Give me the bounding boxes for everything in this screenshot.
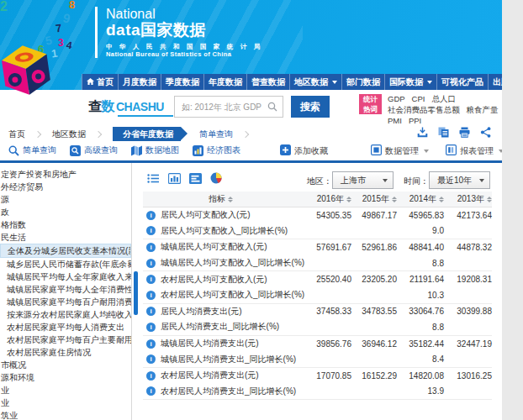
share-icon[interactable] — [480, 127, 491, 138]
year-header-label: 2015年 — [362, 193, 389, 205]
search-button[interactable]: 搜索 — [291, 96, 330, 118]
sidebar-item[interactable]: 城镇居民平均每人全年家庭收入来源 — [0, 270, 131, 283]
sidebar-item[interactable]: 农村居民家庭住房情况 — [0, 346, 131, 359]
nav-item[interactable]: 普查数据 — [246, 74, 289, 90]
hot-term-link[interactable]: GDP — [388, 93, 405, 104]
data-map-button[interactable]: 数据地图 — [131, 144, 179, 156]
bar-chart-view-icon[interactable] — [168, 173, 181, 184]
info-icon[interactable]: i — [146, 386, 156, 396]
indicator-tree-sidebar: 定资产投资和房地产 外经济贸易 源 政 格指数 民生活 全体及分城乡居民收支基本… — [0, 163, 132, 420]
info-icon[interactable]: i — [146, 339, 156, 349]
hot-terms-list: GDPCPI总人口社会消费品零售总额粮食产量PMIPPI — [388, 93, 500, 126]
query-toolbar: 简单查询 高级查询 数据地图 经济图表 — [8, 144, 240, 156]
sidebar-item[interactable]: 政 — [0, 206, 131, 218]
add-favorite-button[interactable]: 添加收藏 — [280, 144, 328, 157]
nav-item[interactable]: 季度数据 — [161, 74, 203, 90]
breadcrumb-item[interactable]: 简单查询 — [199, 129, 260, 140]
hot-term-link[interactable]: PPI — [409, 115, 421, 126]
sidebar-item[interactable]: 源和环境 — [0, 371, 131, 384]
value-2016: 17070.85 — [298, 371, 351, 381]
indicator-label: 农村居民人均可支配收入_同比增长(%) — [161, 289, 304, 301]
column-header-year[interactable]: 2013年 — [444, 193, 492, 205]
nav-item[interactable]: 可视化产品 — [436, 74, 488, 90]
list-view-icon[interactable] — [147, 173, 160, 184]
info-icon[interactable]: i — [146, 323, 156, 332]
info-icon[interactable]: i — [146, 211, 156, 220]
sidebar-item[interactable]: 源 — [0, 193, 131, 206]
sidebar-item[interactable]: 业 — [0, 396, 131, 409]
year-header-label: 2013年 — [457, 193, 484, 205]
indicator-cell: i 居民人均可支配收入_同比增长(%) — [143, 225, 298, 237]
hot-term-link[interactable]: 粮食产量 — [467, 104, 499, 115]
nav-item[interactable]: 部门数据 — [341, 74, 384, 90]
value-2013: 30399.88 — [444, 307, 492, 316]
pie-chart-view-icon[interactable] — [210, 172, 222, 184]
sidebar-item[interactable]: 业 — [0, 384, 131, 396]
plus-icon — [280, 144, 291, 157]
sidebar-item[interactable]: 市概况 — [0, 359, 131, 371]
download-icon[interactable] — [417, 127, 428, 138]
value-2015: 36946.12 — [351, 339, 397, 349]
time-select[interactable]: 最近10年 — [429, 171, 490, 189]
info-icon[interactable]: i — [146, 259, 156, 268]
hot-term-link[interactable]: PMI — [388, 115, 402, 126]
copy-icon[interactable] — [438, 127, 449, 138]
site-subtitle-cn: 中 华 人 民 共 和 国 国 家 统 计 局 — [106, 43, 263, 50]
econ-chart-label: 经济图表 — [207, 144, 240, 156]
nav-item[interactable]: 出版物 — [488, 74, 502, 90]
hbar-view-icon[interactable] — [189, 173, 202, 184]
nav-item-label: 地区数据 — [294, 76, 328, 88]
hot-term-link[interactable]: 总人口 — [431, 93, 456, 104]
sidebar-item[interactable]: 农村居民家庭平均每百户主要耐用消费品拥有量 — [0, 333, 131, 346]
data-manage-dropdown[interactable]: 数据管理 — [371, 144, 429, 157]
breadcrumb-item-label: 简单查询 — [199, 129, 233, 140]
sidebar-scrollbar-thumb[interactable] — [134, 271, 138, 315]
nav-item[interactable]: 首页 — [82, 74, 118, 90]
sidebar-item[interactable]: 全体及分城乡居民收支基本情况(新口径) — [0, 244, 131, 258]
sidebar-item[interactable]: 农村居民家庭平均每人消费支出 — [0, 321, 131, 333]
value-2014: 14820.08 — [397, 371, 444, 381]
sidebar-item[interactable]: 定资产投资和房地产 — [0, 168, 131, 181]
sidebar-item[interactable]: 城镇居民家庭平均每人全年消费性支出 — [0, 283, 131, 296]
sidebar-item[interactable]: 格指数 — [0, 218, 131, 231]
chashu-logo-latin: CHASHU — [116, 100, 164, 113]
hot-term-link[interactable]: CPI — [412, 93, 425, 104]
breadcrumb-item[interactable]: 分省年度数据 — [113, 127, 181, 141]
column-header-year[interactable]: 2015年 — [351, 193, 397, 205]
info-icon[interactable]: i — [146, 275, 156, 284]
sidebar-item[interactable]: 城乡居民人民币储蓄存款(年底余额) — [0, 258, 131, 270]
nav-item[interactable]: 年度数据 — [203, 74, 246, 90]
indicator-label: 居民人均可支配收入_同比增长(%) — [161, 225, 288, 237]
nav-item[interactable]: 地区数据 — [289, 74, 341, 90]
column-header-year[interactable]: 2016年 — [298, 193, 351, 205]
nav-item[interactable]: 国际数据 — [384, 74, 436, 90]
info-icon[interactable]: i — [146, 243, 156, 252]
sidebar-item[interactable]: 城镇居民家庭平均每百户耐用消费品拥有量 — [0, 296, 131, 308]
econ-chart-button[interactable]: 经济图表 — [193, 144, 240, 156]
hot-term-link[interactable]: 社会消费品零售总额 — [388, 104, 460, 115]
column-header-indicator[interactable]: 指标 — [143, 193, 298, 205]
table-row: i 农村居民人均消费支出(元) 17070.85 16152.29 14820.… — [143, 368, 492, 384]
site-title-mixed: data国家数据 — [106, 21, 263, 39]
sidebar-item[interactable]: 按来源分农村居民家庭人均纯收入 — [0, 308, 131, 321]
simple-query-button[interactable]: 简单查询 — [8, 144, 56, 156]
report-manage-label: 报表管理 — [460, 145, 494, 157]
print-icon[interactable] — [459, 127, 470, 138]
sidebar-item[interactable]: 民生活 — [0, 231, 131, 244]
nav-item[interactable]: 月度数据 — [118, 74, 161, 90]
breadcrumb-item[interactable]: 地区数据 — [52, 129, 113, 140]
region-select[interactable]: 上海市 — [332, 171, 394, 189]
breadcrumb-item[interactable]: 首页 — [8, 129, 52, 140]
info-icon[interactable]: i — [146, 307, 156, 316]
sidebar-item[interactable]: 筑业 — [0, 409, 131, 420]
info-icon[interactable]: i — [146, 354, 156, 364]
info-icon[interactable]: i — [146, 371, 156, 381]
info-icon[interactable]: i — [146, 226, 156, 235]
column-header-year[interactable]: 2014年 — [397, 193, 444, 205]
advanced-query-button[interactable]: 高级查询 — [70, 144, 118, 156]
report-manage-dropdown[interactable]: 报表管理 — [446, 144, 504, 157]
nav-item-label: 季度数据 — [166, 76, 199, 88]
econ-chart-icon — [193, 145, 203, 156]
sidebar-item[interactable]: 外经济贸易 — [0, 181, 131, 193]
info-icon[interactable]: i — [146, 291, 156, 300]
